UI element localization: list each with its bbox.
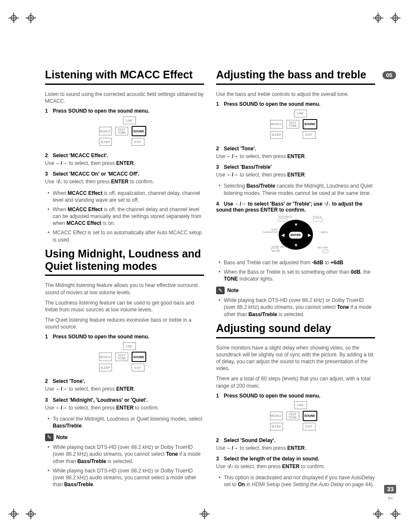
regmark-icon [390, 13, 400, 23]
small-btn [322, 250, 328, 253]
btn-line: LINE [123, 117, 136, 124]
btn-line: LINE [294, 401, 307, 409]
btn-sound: SOUND [132, 126, 146, 136]
step: 3Select 'Bass/Treble' [216, 164, 375, 170]
bullet: While playing back DTS-HD (over 88.2 kHz… [53, 444, 204, 465]
arrow-up-icon: ▲ [294, 221, 298, 226]
step: 2Select 'Tone'. [216, 146, 375, 152]
bullet: Selecting Bass/Treble cancels the Midnig… [224, 182, 375, 196]
step-note: Use ←/→ to select, then press ENTER. [45, 160, 204, 167]
btn-mcacc: MCACC [270, 120, 283, 129]
btn-sleep: SLEEP [99, 364, 112, 371]
lbl-top-menu: TOP MENU [279, 215, 292, 218]
small-btn [271, 248, 279, 251]
bullet-list: When MCACC Effect is off, equalization, … [45, 190, 204, 243]
step-note: Use ←/→ to select, then press ENTER. [216, 445, 375, 451]
step-note: Use ←/→ to select, then press ENTER to c… [45, 404, 204, 411]
page-num-value: 33 [384, 485, 396, 493]
step-note: Use ↑/↓ to select, then press ENTER to c… [45, 178, 204, 185]
btn-testtone: TEST TONE [286, 120, 299, 129]
rule [216, 337, 375, 338]
button-grid: LINE MCACC TEST TONE SOUND SLEEP EXIT [99, 342, 150, 373]
arrow-down-icon: ▼ [294, 243, 298, 248]
note-box: ✎ Note [216, 287, 375, 294]
rule [216, 84, 375, 85]
button-grid: LINE MCACC TEST TONE SOUND SLEEP EXIT [99, 117, 150, 147]
step-note: Use ↑/↓ to select, then press ENTER to c… [216, 463, 375, 470]
step: 1Press SOUND to open the sound menu. [45, 334, 204, 340]
regmark-icon [9, 509, 19, 519]
note-bullets: While playing back DTS-HD (over 88.2 kHz… [45, 444, 204, 488]
content: Listening with MCACC Effect Listen to so… [45, 69, 375, 492]
btn-mcacc: MCACC [99, 353, 112, 361]
bullet: When MCACC Effect is off, equalization, … [53, 190, 204, 203]
small-btn [313, 218, 322, 221]
btn-exit: EXIT [132, 364, 144, 371]
note-label: Note [56, 434, 68, 440]
regmark-icon [373, 509, 383, 519]
pencil-icon: ✎ [45, 433, 54, 441]
note-bullets: While playing back DTS-HD (over 88.2 kHz… [216, 297, 375, 318]
step: 2Select 'Sound Delay'. [216, 437, 375, 443]
small-btn [278, 218, 287, 221]
step-note: Use ←/→ to select, then press ENTER. [216, 171, 375, 178]
note-label: Note [227, 287, 239, 293]
rule [45, 84, 204, 85]
btn-mcacc: MCACC [99, 127, 112, 135]
btn-sound: SOUND [303, 411, 317, 421]
pencil-icon: ✎ [216, 287, 225, 294]
heading-bass-treble: Adjusting the bass and treble [216, 69, 375, 81]
step: 1Press SOUND to open the sound menu. [45, 108, 204, 114]
arrow-left-icon: ◀ [281, 233, 285, 237]
step-note: Use ←/→ to select, then press ENTER. [216, 153, 375, 160]
bullet: While playing back DTS-HD (over 88.2 kHz… [53, 467, 204, 488]
bullet-list: Selecting Bass/Treble cancels the Midnig… [216, 182, 375, 196]
regmark-icon [373, 13, 383, 23]
step: 2Select 'Tone'. [45, 378, 204, 384]
enter-button: ENTER [289, 232, 303, 239]
para: Some monitors have a slight delay when s… [216, 344, 375, 372]
step: 2Select 'MCACC Effect'. [45, 152, 204, 158]
regmark-icon [26, 509, 36, 519]
btn-testtone: TEST TONE [115, 353, 128, 361]
note-box: ✎ Note [45, 433, 204, 441]
bullet: To cancel the Midnight, Loudness or Quie… [53, 415, 204, 429]
step: 3Select 'MCACC On' or 'MCACC Off'. [45, 171, 204, 177]
regmark-icon [390, 509, 400, 519]
para: The Quiet listening feature reduces exce… [45, 317, 204, 330]
btn-exit: EXIT [132, 138, 144, 146]
step: 4Use ←/→ to select 'Bass' or 'Treble'; u… [216, 201, 375, 213]
step: 1Press SOUND to open the sound menu. [216, 393, 375, 399]
btn-line: LINE [123, 342, 136, 350]
intro: Use the bass and treble controls to adju… [216, 91, 375, 98]
lbl-tools: TOOLS [313, 215, 321, 218]
chapter-badge: 05 [382, 71, 396, 79]
lbl-disc-nav: DISC NAVIGATOR [263, 228, 278, 233]
bullet: This option is deactivated and not displ… [224, 474, 375, 488]
para: The Loudness listening feature can be us… [45, 299, 204, 313]
arrow-right-icon: ▶ [308, 233, 311, 237]
regmark-icon [199, 509, 210, 519]
regmark-icon [9, 13, 19, 23]
rule [45, 275, 204, 276]
btn-line: LINE [294, 110, 307, 117]
bullet: When MCACC Effect is off, the channel de… [53, 206, 204, 227]
btn-sleep: SLEEP [99, 138, 112, 146]
bullet-list: Bass and Treble can be adjusted from -6d… [216, 259, 375, 283]
heading-mcacc: Listening with MCACC Effect [45, 69, 204, 81]
btn-sound: SOUND [303, 119, 317, 129]
btn-testtone: TEST TONE [115, 127, 128, 135]
heading-listening-modes: Using Midnight, Loudness and Quiet liste… [45, 248, 204, 272]
para: The Midnight listening feature allows yo… [45, 282, 204, 296]
page-lang: En [388, 496, 393, 500]
bullet: When the Bass or Treble is set to someth… [224, 269, 375, 282]
bullet: MCACC Effect is set to on automatically … [53, 229, 204, 243]
para: There are a total of 60 steps (levels) t… [216, 375, 375, 389]
lbl-home-menu: HOME MENU [272, 245, 288, 248]
step: 3Select the length of the delay in sound… [216, 456, 375, 462]
navpad: TOP MENU TOOLS DISC NAVIGATOR MENU ▲ ▼ ◀… [257, 215, 334, 254]
btn-sound: SOUND [132, 352, 146, 362]
bullet: While playing back DTS-HD (over 88.2 kHz… [224, 297, 375, 318]
btn-testtone: TEST TONE [286, 412, 299, 420]
intro-mcacc: Listen to sound using the corrected acou… [45, 91, 204, 105]
